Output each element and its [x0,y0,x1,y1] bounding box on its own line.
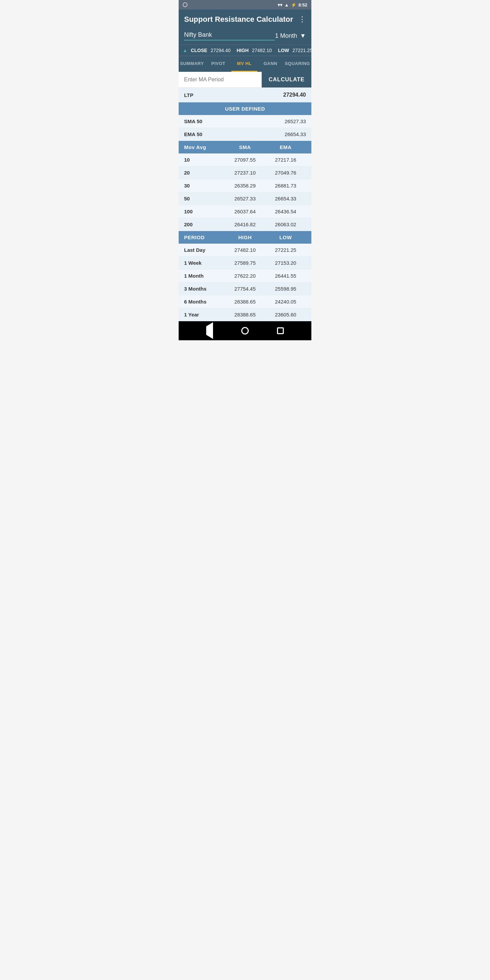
table-row: 1 Week 27589.75 27153.20 [179,256,311,269]
tabs-bar: SUMMARY PIVOT MV HL GANN SQUARING [179,56,311,72]
table-row: 1 Month 27622.20 26441.55 [179,269,311,282]
battery-icon: ⚡ [291,2,296,8]
high-value: 27482.10 [252,48,272,53]
home-icon [241,327,249,334]
back-icon [206,326,213,335]
standard-table: 10 27097.55 27217.16 20 27237.10 27049.7… [179,153,311,231]
ema50-value: 26654.33 [285,131,306,137]
period-high: 28388.65 [224,299,265,305]
list-item: EMA 50 26654.33 [179,128,311,141]
period-name: Last Day [184,247,224,253]
period-name: 6 Months [184,299,224,305]
standard-movavg-col-header: Mov Avg [184,144,224,150]
main-content: CALCULATE LTP 27294.40 USER DEFINED SMA … [179,72,311,321]
close-value: 27294.40 [211,48,231,53]
ohlc-bar: ▲ CLOSE 27294.40 HIGH 27482.10 LOW 27221… [179,45,311,56]
period-low: 27221.25 [266,247,306,253]
ema-value: 26654.33 [266,196,306,202]
status-right: ▾▾ ▲ ⚡ 8:52 [278,2,307,8]
period-table: Last Day 27482.10 27221.25 1 Week 27589.… [179,243,311,321]
status-left [183,2,188,7]
ltp-label: LTP [184,92,283,98]
ema-value: 27049.76 [266,170,306,176]
standard-ema-col-header: EMA [266,144,306,150]
mov-avg-period: 30 [184,183,224,189]
period-name: 1 Month [184,273,224,279]
app-title: Support Resistance Calculator [184,15,293,24]
high-col-header: HIGH [224,234,265,240]
table-row: 30 26358.29 26881.73 [179,179,311,192]
period-low: 27153.20 [266,260,306,266]
sma50-label: SMA 50 [184,118,285,124]
recent-icon [277,327,284,334]
tab-squaring[interactable]: SQUARING [283,56,311,72]
period-high: 27589.75 [224,260,265,266]
period-high: 28388.65 [224,312,265,318]
app-header: Support Resistance Calculator ⋮ [179,10,311,29]
ltp-row: LTP 27294.40 [179,88,311,102]
close-label: CLOSE [191,48,207,53]
menu-button[interactable]: ⋮ [298,15,306,24]
mov-avg-period: 10 [184,157,224,163]
ma-input-row: CALCULATE [179,72,311,88]
period-name: 1 Year [184,312,224,318]
low-label: LOW [278,48,289,53]
status-circle-icon [183,2,188,7]
ohlc-triangle-icon: ▲ [183,48,188,53]
sma50-value: 26527.33 [285,118,306,124]
period-header: PERIOD HIGH LOW [179,231,311,243]
period-selector[interactable]: 1 Month ▼ [275,32,306,40]
tab-summary[interactable]: SUMMARY [179,56,205,72]
period-low: 25598.95 [266,286,306,292]
sma-value: 26358.29 [224,183,265,189]
low-col-header: LOW [266,234,306,240]
sma-value: 27237.10 [224,170,265,176]
table-row: 200 26416.82 26063.02 [179,218,311,231]
sma-value: 26037.64 [224,208,265,215]
time-display: 8:52 [298,2,307,8]
period-low: 23605.60 [266,312,306,318]
ema50-label: EMA 50 [184,131,285,137]
period-name: 1 Week [184,260,224,266]
standard-header: Mov Avg SMA EMA [179,141,311,153]
user-defined-header: USER DEFINED [179,102,311,115]
mov-avg-period: 100 [184,208,224,215]
period-col-header: PERIOD [184,234,224,240]
sma-value: 26416.82 [224,221,265,227]
standard-sma-col-header: SMA [224,144,265,150]
stock-name[interactable]: Nifty Bank [184,31,275,40]
period-high: 27482.10 [224,247,265,253]
ma-period-input[interactable] [179,72,262,88]
high-label: HIGH [237,48,249,53]
ema-value: 26436.54 [266,208,306,215]
calculate-button[interactable]: CALCULATE [262,72,311,88]
table-row: 1 Year 28388.65 23605.60 [179,308,311,321]
wifi-icon: ▾▾ [278,2,282,8]
ema-value: 26063.02 [266,221,306,227]
period-high: 27622.20 [224,273,265,279]
period-name: 3 Months [184,286,224,292]
back-button[interactable] [206,326,213,335]
table-row: 3 Months 27754.45 25598.95 [179,282,311,295]
tab-mvhl[interactable]: MV HL [231,56,258,72]
dropdown-arrow-icon: ▼ [300,32,306,40]
sma-value: 27097.55 [224,157,265,163]
ema-value: 27217.16 [266,157,306,163]
ema-value: 26881.73 [266,183,306,189]
tab-pivot[interactable]: PIVOT [205,56,231,72]
stock-bar: Nifty Bank 1 Month ▼ [179,29,311,45]
tab-gann[interactable]: GANN [257,56,283,72]
table-row: 10 27097.55 27217.16 [179,153,311,166]
table-row: 50 26527.33 26654.33 [179,192,311,205]
period-label: 1 Month [275,32,297,40]
signal-icon: ▲ [285,2,289,8]
table-row: 6 Months 28388.65 24240.05 [179,295,311,308]
mov-avg-period: 200 [184,221,224,227]
home-button[interactable] [241,327,249,334]
period-low: 24240.05 [266,299,306,305]
nav-bar [179,321,311,340]
ltp-value: 27294.40 [283,92,306,98]
period-high: 27754.45 [224,286,265,292]
mov-avg-period: 50 [184,196,224,202]
recent-button[interactable] [277,327,284,334]
